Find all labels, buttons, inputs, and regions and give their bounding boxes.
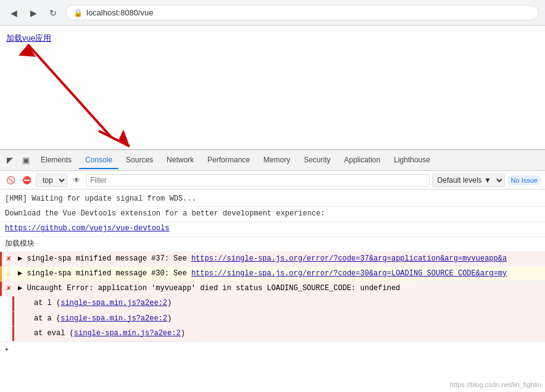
inspect-icon[interactable]: ◤	[2, 153, 17, 168]
tab-performance[interactable]: Performance	[201, 152, 256, 169]
console-line-error-37: ✘ ▶ single-spa minified message #37: See…	[0, 252, 545, 267]
console-text: at a (single-spa.min.js?a2ee:2)	[34, 313, 540, 325]
console-text: Download the Vue Devtools extension for …	[5, 208, 540, 220]
eye-icon[interactable]: 👁	[70, 173, 83, 187]
tab-application[interactable]: Application	[338, 152, 387, 169]
console-text: ▶ single-spa minified message #37: See h…	[18, 253, 540, 265]
lock-icon: 🔒	[73, 9, 83, 17]
reload-button[interactable]: ↻	[46, 6, 60, 20]
watermark: https://blog.csdn.net/lin_fightin	[450, 378, 541, 390]
console-line-uncaught: ✘ ▶ Uncaught Error: application 'myvueap…	[0, 281, 545, 296]
watermark-text: https://blog.csdn.net/lin_fightin	[450, 381, 541, 388]
console-text: ▶ Uncaught Error: application 'myvueapp'…	[18, 283, 540, 294]
url-text: localhost:8080/vue	[86, 8, 153, 17]
console-line-stack-3: at eval (single-spa.min.js?a2ee:2)	[12, 327, 545, 341]
console-text: ▶ single-spa minified message #30: See h…	[18, 268, 540, 280]
levels-select[interactable]: Default levels ▼	[432, 173, 505, 187]
svg-marker-1	[19, 44, 36, 57]
console-text: [HMR] Waiting for update signal from WDS…	[5, 193, 540, 205]
error-37-link[interactable]: https://single-spa.js.org/error/?code=37…	[191, 254, 507, 263]
console-output: [HMR] Waiting for update signal from WDS…	[0, 190, 545, 387]
app-link[interactable]: 加载vue应用	[6, 33, 51, 43]
context-select[interactable]: top	[36, 173, 67, 187]
stack-link-3[interactable]: single-spa.min.js?a2ee:2	[74, 329, 181, 338]
devtools-tabs: ◤ ▣ Elements Console Sources Network Per…	[0, 150, 545, 171]
vue-devtools-link[interactable]: https://github.com/vuejs/vue-devtools	[5, 224, 169, 233]
filter-icon[interactable]: ⛔	[20, 173, 33, 187]
console-line: https://github.com/vuejs/vue-devtools	[0, 222, 545, 236]
console-line: [HMR] Waiting for update signal from WDS…	[0, 192, 545, 207]
tab-security[interactable]: Security	[297, 152, 336, 169]
svg-marker-3	[119, 130, 130, 146]
error-icon: ✘	[7, 254, 15, 265]
error-30-link[interactable]: https://single-spa.js.org/error/?code=30…	[191, 269, 507, 278]
devtools-panel: ◤ ▣ Elements Console Sources Network Per…	[0, 149, 545, 387]
forward-button[interactable]: ▶	[26, 6, 41, 20]
device-icon[interactable]: ▣	[19, 153, 33, 168]
console-line-stack-1: at l (single-spa.min.js?a2ee:2)	[12, 296, 545, 311]
tab-sources[interactable]: Sources	[120, 152, 159, 169]
tab-network[interactable]: Network	[160, 152, 200, 169]
console-toolbar: 🚫 ⛔ top 👁 Default levels ▼ No Issue	[0, 171, 545, 190]
console-text: https://github.com/vuejs/vue-devtools	[5, 223, 540, 235]
console-caret: ▸	[5, 344, 9, 354]
console-line-stack-2: at a (single-spa.min.js?a2ee:2)	[12, 312, 545, 327]
tab-elements[interactable]: Elements	[35, 152, 78, 169]
svg-line-2	[99, 131, 130, 146]
tab-memory[interactable]: Memory	[257, 152, 296, 169]
tab-console[interactable]: Console	[79, 152, 119, 169]
console-line: 加载模块	[0, 237, 545, 252]
console-line: Download the Vue Devtools extension for …	[0, 207, 545, 222]
svg-line-0	[28, 44, 111, 137]
clear-console-button[interactable]: 🚫	[4, 173, 17, 187]
console-text: at l (single-spa.min.js?a2ee:2)	[34, 298, 540, 309]
stack-link-1[interactable]: single-spa.min.js?a2ee:2	[60, 299, 167, 307]
no-issues-badge: No Issue	[507, 175, 541, 185]
filter-input[interactable]	[86, 174, 430, 186]
tab-lighthouse[interactable]: Lighthouse	[388, 152, 436, 169]
console-input-line: ▸	[0, 341, 545, 356]
error-icon: ✘	[7, 283, 15, 294]
console-text: at eval (single-spa.min.js?a2ee:2)	[34, 328, 540, 340]
stack-link-2[interactable]: single-spa.min.js?a2ee:2	[60, 314, 167, 323]
browser-chrome: ◀ ▶ ↻ 🔒 localhost:8080/vue	[0, 0, 545, 26]
console-text: 加载模块	[5, 238, 540, 250]
address-bar[interactable]: 🔒 localhost:8080/vue	[65, 5, 539, 20]
console-line-warning-30: ⚠ ▶ single-spa minified message #30: See…	[0, 267, 545, 281]
warning-icon: ⚠	[7, 269, 15, 280]
page-content: 加载vue应用	[0, 26, 545, 149]
back-button[interactable]: ◀	[6, 6, 21, 20]
annotation-arrows	[0, 26, 545, 149]
